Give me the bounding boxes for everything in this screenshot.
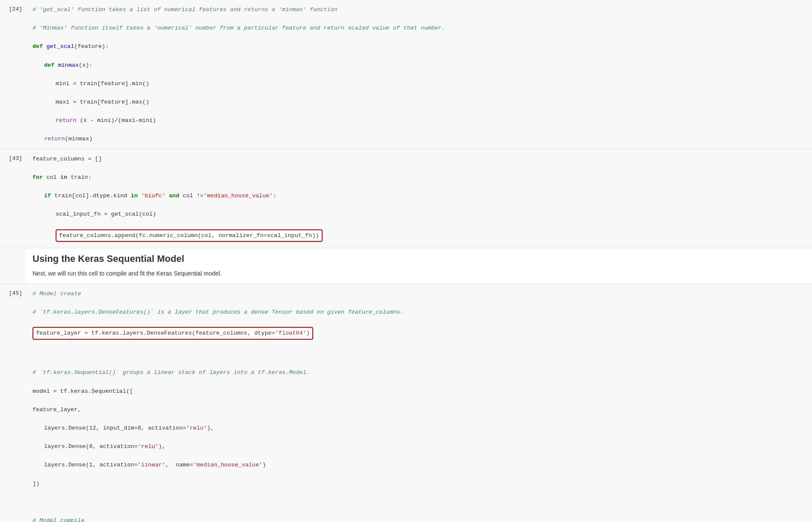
- cell-gutter-24: [24]: [0, 0, 26, 149]
- code-cell-43: [43] feature_columns = [] for col in tra…: [0, 149, 812, 248]
- code-block-45: # Model create # `tf.keras.layers.DenseF…: [33, 289, 805, 522]
- markdown-cell: Using the Keras Sequential Model Next, w…: [0, 248, 812, 284]
- markdown-body: Next, we will run this cell to compile a…: [33, 269, 805, 278]
- cell-gutter-45: [45]: [0, 284, 26, 522]
- cell-content-43: feature_columns = [] for col in train: i…: [26, 149, 812, 248]
- markdown-content: Using the Keras Sequential Model Next, w…: [26, 248, 812, 283]
- notebook-container: [24] # 'get_scal' function takes a list …: [0, 0, 812, 522]
- cell-label-24: [24]: [9, 6, 22, 12]
- code-cell-24: [24] # 'get_scal' function takes a list …: [0, 0, 812, 149]
- code-block-43: feature_columns = [] for col in train: i…: [33, 154, 805, 243]
- code-cell-45: [45] # Model create # `tf.keras.layers.D…: [0, 284, 812, 522]
- cell-label-43: [43]: [9, 155, 22, 162]
- cell-gutter-43: [43]: [0, 149, 26, 248]
- code-block-24: # 'get_scal' function takes a list of nu…: [33, 5, 805, 144]
- cell-label-45: [45]: [9, 290, 22, 297]
- cell-content-45: # Model create # `tf.keras.layers.DenseF…: [26, 284, 812, 522]
- cell-content-24: # 'get_scal' function takes a list of nu…: [26, 0, 812, 149]
- cell-gutter-md: [0, 248, 26, 283]
- markdown-heading: Using the Keras Sequential Model: [33, 253, 805, 264]
